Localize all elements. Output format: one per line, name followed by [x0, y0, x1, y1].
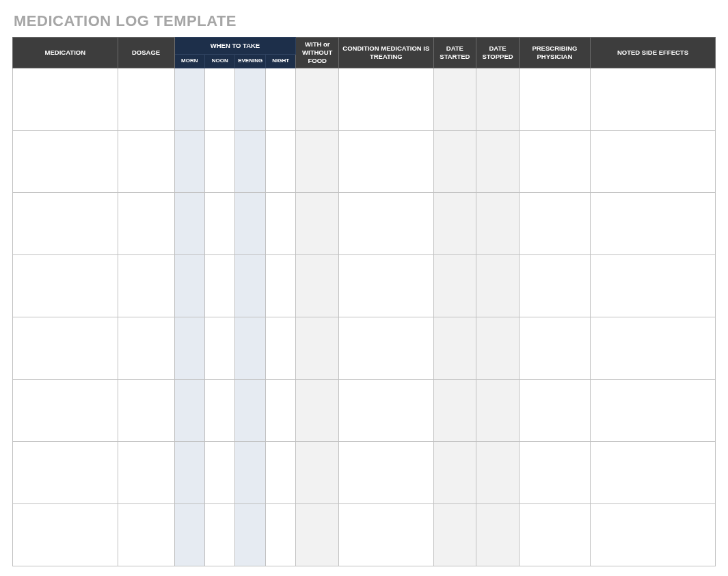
cell-morn[interactable] — [174, 317, 204, 379]
cell-condition[interactable] — [339, 503, 433, 566]
cell-side-effects[interactable] — [590, 503, 715, 566]
cell-medication[interactable] — [13, 441, 118, 503]
cell-night[interactable] — [265, 379, 296, 441]
cell-medication[interactable] — [13, 503, 118, 566]
cell-physician[interactable] — [519, 317, 590, 379]
cell-date-started[interactable] — [433, 379, 476, 441]
cell-dosage[interactable] — [118, 254, 174, 317]
cell-evening[interactable] — [235, 317, 265, 379]
cell-evening[interactable] — [235, 130, 265, 192]
table-row — [13, 192, 716, 254]
cell-with-food[interactable] — [296, 379, 339, 441]
cell-night[interactable] — [265, 254, 296, 317]
cell-medication[interactable] — [13, 192, 118, 254]
cell-date-started[interactable] — [433, 130, 476, 192]
cell-evening[interactable] — [235, 254, 265, 317]
cell-date-stopped[interactable] — [476, 379, 520, 441]
cell-physician[interactable] — [519, 441, 590, 503]
cell-morn[interactable] — [174, 441, 204, 503]
cell-condition[interactable] — [339, 441, 433, 503]
cell-dosage[interactable] — [118, 441, 174, 503]
cell-evening[interactable] — [235, 503, 265, 566]
cell-with-food[interactable] — [296, 317, 339, 379]
cell-morn[interactable] — [174, 254, 204, 317]
cell-side-effects[interactable] — [590, 379, 715, 441]
cell-morn[interactable] — [174, 503, 204, 566]
cell-evening[interactable] — [235, 379, 265, 441]
cell-side-effects[interactable] — [590, 254, 715, 317]
cell-date-stopped[interactable] — [476, 254, 520, 317]
cell-physician[interactable] — [519, 192, 590, 254]
cell-physician[interactable] — [519, 130, 590, 192]
cell-dosage[interactable] — [118, 130, 174, 192]
cell-date-started[interactable] — [433, 68, 476, 130]
cell-date-started[interactable] — [433, 503, 476, 566]
cell-morn[interactable] — [174, 130, 204, 192]
cell-noon[interactable] — [204, 317, 234, 379]
cell-with-food[interactable] — [296, 130, 339, 192]
cell-side-effects[interactable] — [590, 317, 715, 379]
cell-morn[interactable] — [174, 68, 204, 130]
cell-morn[interactable] — [174, 379, 204, 441]
cell-evening[interactable] — [235, 441, 265, 503]
cell-date-stopped[interactable] — [476, 503, 520, 566]
cell-with-food[interactable] — [296, 68, 339, 130]
cell-with-food[interactable] — [296, 441, 339, 503]
cell-condition[interactable] — [339, 379, 433, 441]
cell-with-food[interactable] — [296, 254, 339, 317]
cell-medication[interactable] — [13, 317, 118, 379]
cell-morn[interactable] — [174, 192, 204, 254]
cell-noon[interactable] — [204, 68, 234, 130]
cell-dosage[interactable] — [118, 379, 174, 441]
cell-dosage[interactable] — [118, 317, 174, 379]
cell-condition[interactable] — [339, 192, 433, 254]
cell-night[interactable] — [265, 317, 296, 379]
cell-date-started[interactable] — [433, 441, 476, 503]
cell-date-stopped[interactable] — [476, 192, 520, 254]
cell-physician[interactable] — [519, 68, 590, 130]
cell-dosage[interactable] — [118, 192, 174, 254]
cell-noon[interactable] — [204, 130, 234, 192]
cell-side-effects[interactable] — [590, 441, 715, 503]
cell-night[interactable] — [265, 130, 296, 192]
cell-date-stopped[interactable] — [476, 317, 520, 379]
cell-with-food[interactable] — [296, 192, 339, 254]
medication-log-table: MEDICATION DOSAGE WHEN TO TAKE WITH or W… — [12, 37, 716, 566]
cell-condition[interactable] — [339, 68, 433, 130]
cell-evening[interactable] — [235, 192, 265, 254]
cell-side-effects[interactable] — [590, 130, 715, 192]
cell-date-started[interactable] — [433, 254, 476, 317]
cell-physician[interactable] — [519, 379, 590, 441]
cell-date-stopped[interactable] — [476, 130, 520, 192]
cell-physician[interactable] — [519, 503, 590, 566]
cell-condition[interactable] — [339, 317, 433, 379]
cell-medication[interactable] — [13, 68, 118, 130]
col-medication: MEDICATION — [13, 38, 118, 68]
cell-medication[interactable] — [13, 254, 118, 317]
cell-medication[interactable] — [13, 130, 118, 192]
cell-condition[interactable] — [339, 130, 433, 192]
cell-night[interactable] — [265, 441, 296, 503]
cell-side-effects[interactable] — [590, 192, 715, 254]
cell-condition[interactable] — [339, 254, 433, 317]
cell-side-effects[interactable] — [590, 68, 715, 130]
cell-date-started[interactable] — [433, 317, 476, 379]
cell-noon[interactable] — [204, 379, 234, 441]
cell-noon[interactable] — [204, 441, 234, 503]
cell-date-stopped[interactable] — [476, 441, 520, 503]
cell-date-stopped[interactable] — [476, 68, 520, 130]
col-physician: PRESCRIBING PHYSICIAN — [519, 38, 590, 68]
cell-date-started[interactable] — [433, 192, 476, 254]
cell-noon[interactable] — [204, 254, 234, 317]
cell-night[interactable] — [265, 503, 296, 566]
cell-evening[interactable] — [235, 68, 265, 130]
cell-medication[interactable] — [13, 379, 118, 441]
cell-night[interactable] — [265, 192, 296, 254]
cell-physician[interactable] — [519, 254, 590, 317]
cell-noon[interactable] — [204, 503, 234, 566]
cell-dosage[interactable] — [118, 68, 174, 130]
cell-night[interactable] — [265, 68, 296, 130]
cell-noon[interactable] — [204, 192, 234, 254]
cell-with-food[interactable] — [296, 503, 339, 566]
cell-dosage[interactable] — [118, 503, 174, 566]
